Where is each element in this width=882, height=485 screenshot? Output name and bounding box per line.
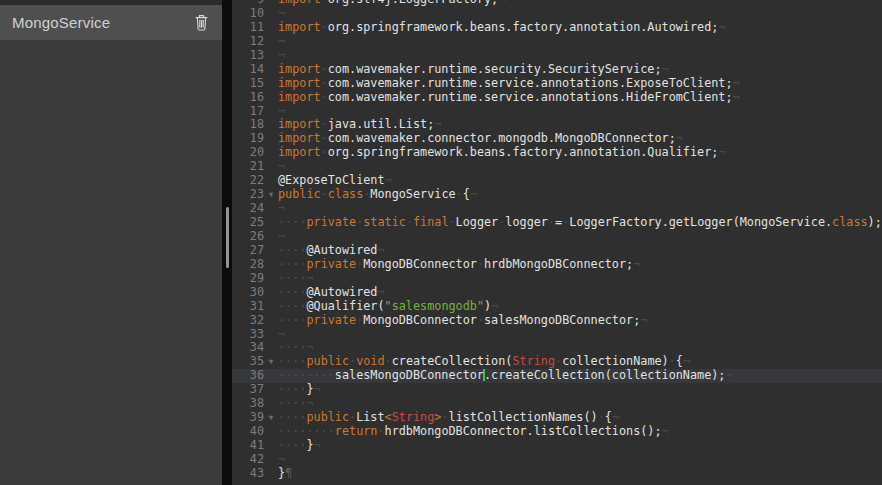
- service-item-mongoservice[interactable]: MongoService: [0, 5, 222, 40]
- fold-column: [264, 258, 278, 272]
- code-line[interactable]: 13¬: [232, 49, 882, 63]
- fold-column: [264, 146, 278, 160]
- line-number: 14: [232, 63, 264, 77]
- code-line[interactable]: 19import·com.wavemaker.connector.mongodb…: [232, 132, 882, 146]
- code-text: @ExposeToClient¬: [278, 174, 882, 188]
- line-number: 28: [232, 258, 264, 272]
- panel-divider: [222, 0, 232, 485]
- code-line[interactable]: 25····private·static·final·Logger·logger…: [232, 216, 882, 230]
- line-number: 43: [232, 467, 264, 481]
- code-text: ····public·void·createCollection(String·…: [278, 355, 882, 369]
- code-line[interactable]: 29····¬: [232, 272, 882, 286]
- line-number: 25: [232, 216, 264, 230]
- line-number: 31: [232, 300, 264, 314]
- code-text: import·com.wavemaker.connector.mongodb.M…: [278, 132, 882, 146]
- code-line[interactable]: 21¬: [232, 160, 882, 174]
- code-line[interactable]: 10¬: [232, 7, 882, 21]
- code-editor[interactable]: 9import·org.slf4j.LoggerFactory;¬10¬11im…: [232, 0, 882, 485]
- code-line[interactable]: 16import·com.wavemaker.runtime.service.a…: [232, 91, 882, 105]
- code-line[interactable]: 42¬: [232, 453, 882, 467]
- code-text: import·com.wavemaker.runtime.security.Se…: [278, 63, 882, 77]
- code-line[interactable]: 39▼····public·List<String>·listCollectio…: [232, 411, 882, 425]
- code-text: ¬: [278, 160, 882, 174]
- code-line[interactable]: 32····private·MongoDBConnector·salesMong…: [232, 314, 882, 328]
- line-number: 39: [232, 411, 264, 425]
- fold-column: [264, 230, 278, 244]
- code-text: ¬: [278, 453, 882, 467]
- code-text: ········return·hrdbMongoDBConnector.list…: [278, 425, 882, 439]
- fold-column: [264, 35, 278, 49]
- line-number: 32: [232, 314, 264, 328]
- code-line[interactable]: 28····private·MongoDBConnector·hrdbMongo…: [232, 258, 882, 272]
- code-text: ¬: [278, 105, 882, 119]
- code-line[interactable]: 11import·org.springframework.beans.facto…: [232, 21, 882, 35]
- code-line[interactable]: 9import·org.slf4j.LoggerFactory;¬: [232, 0, 882, 7]
- code-line[interactable]: 43}¶: [232, 467, 882, 481]
- line-number: 13: [232, 49, 264, 63]
- line-number: 11: [232, 21, 264, 35]
- service-item-label: MongoService: [12, 14, 110, 31]
- code-line[interactable]: 27····@Autowired¬: [232, 244, 882, 258]
- line-number: 12: [232, 35, 264, 49]
- line-number: 33: [232, 328, 264, 342]
- code-line[interactable]: 41····}¬: [232, 439, 882, 453]
- code-line[interactable]: 40········return·hrdbMongoDBConnector.li…: [232, 425, 882, 439]
- code-line[interactable]: 22@ExposeToClient¬: [232, 174, 882, 188]
- fold-marker-icon[interactable]: ▼: [264, 188, 278, 202]
- code-text: }¶: [278, 467, 882, 481]
- code-line[interactable]: 14import·com.wavemaker.runtime.security.…: [232, 63, 882, 77]
- line-number: 36: [232, 369, 264, 383]
- code-line[interactable]: 12¬: [232, 35, 882, 49]
- code-line[interactable]: 15import·com.wavemaker.runtime.service.a…: [232, 77, 882, 91]
- fold-column: [264, 118, 278, 132]
- code-line[interactable]: 34····¬: [232, 341, 882, 355]
- fold-column: [264, 77, 278, 91]
- line-number: 18: [232, 118, 264, 132]
- line-number: 29: [232, 272, 264, 286]
- code-line[interactable]: 36········salesMongoDBConnector.createCo…: [232, 369, 882, 383]
- code-text: ····@Qualifier("salesmongodb")¬: [278, 300, 882, 314]
- fold-column: [264, 160, 278, 174]
- code-text: ····private·static·final·Logger·logger·=…: [278, 216, 882, 230]
- code-line[interactable]: 26¬: [232, 230, 882, 244]
- fold-column: [264, 63, 278, 77]
- code-text: import·com.wavemaker.runtime.service.ann…: [278, 77, 882, 91]
- line-number: 21: [232, 160, 264, 174]
- code-text: ····@Autowired¬: [278, 286, 882, 300]
- fold-column: [264, 174, 278, 188]
- fold-column: [264, 328, 278, 342]
- code-text: ¬: [278, 35, 882, 49]
- line-number: 23: [232, 188, 264, 202]
- fold-column: [264, 314, 278, 328]
- code-line[interactable]: 30····@Autowired¬: [232, 286, 882, 300]
- code-text: import·org.springframework.beans.factory…: [278, 21, 882, 35]
- trash-icon: [195, 14, 208, 31]
- code-line[interactable]: 20import·org.springframework.beans.facto…: [232, 146, 882, 160]
- delete-service-button[interactable]: [192, 14, 210, 32]
- code-line[interactable]: 24¬: [232, 202, 882, 216]
- code-text: ····private·MongoDBConnector·salesMongoD…: [278, 314, 882, 328]
- code-text: ····¬: [278, 397, 882, 411]
- fold-marker-icon[interactable]: ▼: [264, 355, 278, 369]
- fold-column: [264, 397, 278, 411]
- line-number: 22: [232, 174, 264, 188]
- line-number: 37: [232, 383, 264, 397]
- code-line[interactable]: 17¬: [232, 105, 882, 119]
- fold-column: [264, 341, 278, 355]
- line-number: 17: [232, 105, 264, 119]
- fold-column: [264, 272, 278, 286]
- line-number: 38: [232, 397, 264, 411]
- line-number: 24: [232, 202, 264, 216]
- code-line[interactable]: 37····}¬: [232, 383, 882, 397]
- fold-column: [264, 132, 278, 146]
- code-line[interactable]: 35▼····public·void·createCollection(Stri…: [232, 355, 882, 369]
- code-line[interactable]: 33¬: [232, 328, 882, 342]
- code-text: ¬: [278, 49, 882, 63]
- line-number: 42: [232, 453, 264, 467]
- fold-marker-icon[interactable]: ▼: [264, 411, 278, 425]
- scrollbar-thumb[interactable]: [226, 207, 229, 268]
- code-line[interactable]: 23▼public·class·MongoService·{¬: [232, 188, 882, 202]
- code-line[interactable]: 18import·java.util.List;¬: [232, 118, 882, 132]
- code-line[interactable]: 38····¬: [232, 397, 882, 411]
- code-line[interactable]: 31····@Qualifier("salesmongodb")¬: [232, 300, 882, 314]
